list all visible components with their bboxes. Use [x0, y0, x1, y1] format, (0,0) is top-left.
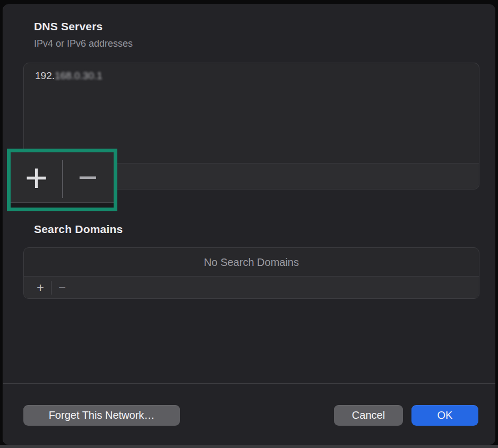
search-domains-empty-text: No Search Domains	[204, 256, 299, 269]
search-domains-footer: + −	[24, 276, 479, 298]
dns-remove-button[interactable]: −	[62, 152, 114, 208]
network-details-dialog: DNS Servers IPv4 or IPv6 addresses 192.1…	[3, 4, 495, 445]
button-divider	[51, 281, 51, 295]
plus-icon: +	[37, 280, 44, 295]
window-bottom-edge	[0, 445, 498, 448]
dns-server-entry[interactable]: 192.168.0.30.1	[35, 70, 102, 82]
cancel-button[interactable]: Cancel	[334, 405, 403, 426]
dns-servers-heading: DNS Servers	[34, 20, 102, 33]
search-domains-heading: Search Domains	[34, 223, 123, 236]
dns-entry-redacted: 168.0.30.1	[55, 70, 102, 81]
button-divider	[62, 160, 63, 198]
callout-bottom-edge	[11, 202, 114, 208]
dns-entry-prefix: 192.	[35, 70, 55, 81]
search-domain-remove-button[interactable]: −	[55, 281, 69, 294]
minus-icon: −	[78, 160, 98, 194]
search-domains-list[interactable]: No Search Domains + −	[23, 247, 479, 299]
dns-add-button[interactable]: +	[11, 152, 62, 208]
dns-servers-subtitle: IPv4 or IPv6 addresses	[34, 38, 133, 49]
footer-divider	[3, 383, 495, 384]
ok-button[interactable]: OK	[411, 405, 478, 426]
search-domain-add-button[interactable]: +	[33, 281, 47, 294]
search-domains-empty-row: No Search Domains	[24, 248, 479, 277]
dns-add-remove-highlight: + −	[7, 149, 117, 211]
minus-icon: −	[58, 280, 66, 295]
plus-icon: +	[25, 159, 48, 198]
forget-network-button[interactable]: Forget This Network…	[23, 405, 180, 426]
